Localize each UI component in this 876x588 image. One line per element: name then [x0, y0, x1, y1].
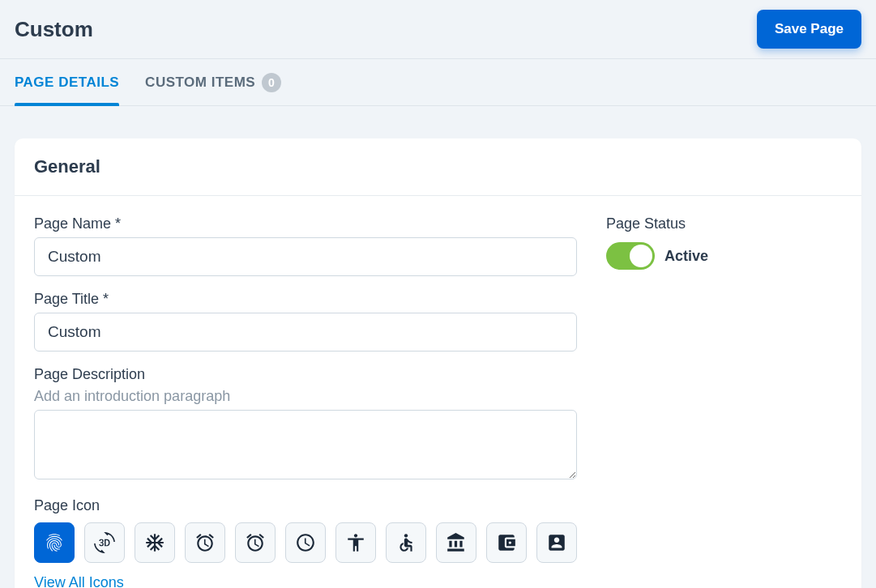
- tab-label: CUSTOM ITEMS: [145, 75, 255, 91]
- icon-option-account-balance-wallet[interactable]: [486, 522, 527, 563]
- access-alarms-icon: [245, 532, 266, 553]
- rotation-3d-icon: [94, 532, 115, 553]
- content: General Page Name * Page Title * Page De…: [0, 106, 876, 588]
- page-description-hint: Add an introduction paragraph: [34, 388, 577, 405]
- icon-grid: [34, 522, 577, 563]
- page-title: Custom: [15, 17, 93, 42]
- general-card: General Page Name * Page Title * Page De…: [15, 138, 861, 588]
- access-alarm-icon: [194, 532, 216, 553]
- view-all-icons-link[interactable]: View All Icons: [34, 574, 124, 588]
- page-title-input[interactable]: [34, 313, 577, 352]
- custom-items-count-badge: 0: [262, 73, 281, 92]
- page-icon-label: Page Icon: [34, 497, 577, 514]
- icon-option-access-time[interactable]: [285, 522, 326, 563]
- page-name-label: Page Name *: [34, 215, 577, 232]
- toggle-knob: [630, 245, 652, 267]
- page-name-input[interactable]: [34, 237, 577, 276]
- tabs: PAGE DETAILS CUSTOM ITEMS 0: [0, 59, 876, 106]
- icon-option-rotation-3d[interactable]: [84, 522, 125, 563]
- accessible-icon: [395, 532, 417, 553]
- icon-option-fingerprint[interactable]: [34, 522, 75, 563]
- icon-option-access-alarm[interactable]: [185, 522, 225, 563]
- icon-option-ac-unit[interactable]: [135, 522, 175, 563]
- icon-option-accessibility[interactable]: [335, 522, 376, 563]
- card-header: General: [15, 138, 861, 196]
- page-title-label: Page Title *: [34, 291, 577, 308]
- account-balance-icon: [446, 532, 467, 553]
- save-page-button[interactable]: Save Page: [757, 10, 861, 49]
- icon-option-account-balance[interactable]: [436, 522, 476, 563]
- fingerprint-icon: [44, 532, 65, 553]
- status-active-label: Active: [664, 248, 708, 265]
- page-status-toggle[interactable]: [606, 242, 655, 270]
- page-description-field: Page Description Add an introduction par…: [34, 366, 577, 483]
- account-balance-wallet-icon: [496, 532, 517, 553]
- general-heading: General: [34, 156, 842, 177]
- page-title-field: Page Title *: [34, 291, 577, 352]
- tab-custom-items[interactable]: CUSTOM ITEMS 0: [145, 58, 281, 107]
- status-toggle-row: Active: [606, 242, 842, 270]
- status-column: Page Status Active: [606, 215, 842, 588]
- page-icon-field: Page Icon: [34, 497, 577, 588]
- tab-page-details[interactable]: PAGE DETAILS: [15, 60, 119, 105]
- ac-unit-icon: [144, 532, 165, 553]
- tab-label: PAGE DETAILS: [15, 75, 119, 91]
- page-header: Custom Save Page: [0, 0, 876, 59]
- access-time-icon: [295, 532, 316, 553]
- page-name-field: Page Name *: [34, 215, 577, 276]
- card-body: Page Name * Page Title * Page Descriptio…: [15, 196, 861, 588]
- svg-point-0: [404, 534, 408, 537]
- icon-option-access-alarms[interactable]: [235, 522, 276, 563]
- page-status-label: Page Status: [606, 215, 842, 232]
- accessibility-icon: [345, 532, 366, 553]
- icon-option-accessible[interactable]: [386, 522, 426, 563]
- form-column: Page Name * Page Title * Page Descriptio…: [34, 215, 577, 588]
- icon-option-account-box[interactable]: [536, 522, 577, 563]
- page-description-label: Page Description: [34, 366, 577, 383]
- page-description-input[interactable]: [34, 410, 577, 479]
- account-box-icon: [546, 532, 567, 553]
